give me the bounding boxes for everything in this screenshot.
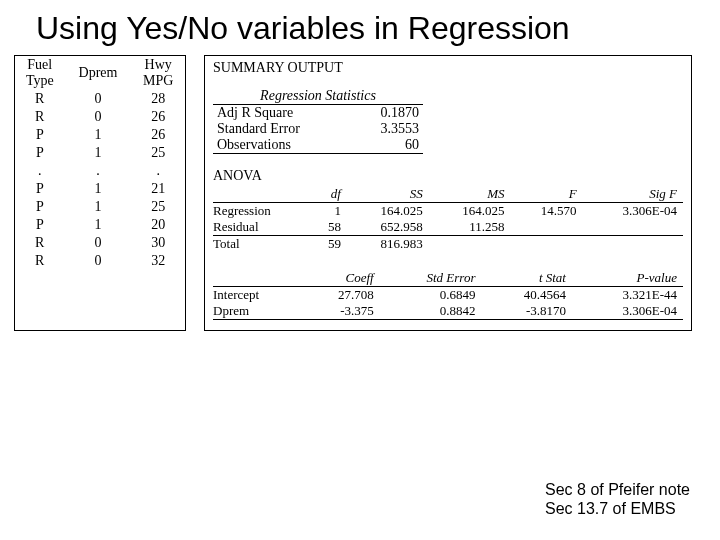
anova-row: Regression1164.025164.02514.5703.306E-04 [213, 203, 683, 220]
reg-stats-title: Regression Statistics [213, 88, 423, 105]
data-row: R030 [15, 234, 185, 252]
slide-title: Using Yes/No variables in Regression [0, 0, 720, 55]
summary-output: SUMMARY OUTPUT Regression Statistics Adj… [204, 55, 692, 331]
anova-title: ANOVA [213, 168, 683, 184]
anova-row: Total59816.983 [213, 236, 683, 253]
footnote: Sec 8 of Pfeifer note Sec 13.7 of EMBS [545, 480, 690, 518]
data-row: R026 [15, 108, 185, 126]
data-row: P120 [15, 216, 185, 234]
data-row: P125 [15, 144, 185, 162]
coeff-row: Dprem-3.3750.8842-3.81703.306E-04 [213, 303, 683, 320]
data-row: R032 [15, 252, 185, 270]
data-row: P121 [15, 180, 185, 198]
footnote-line: Sec 13.7 of EMBS [545, 499, 690, 518]
coeff-row: Intercept27.7080.684940.45643.321E-44 [213, 287, 683, 304]
anova-row: Residual58652.95811.258 [213, 219, 683, 236]
col-fuel-type: FuelType [15, 56, 65, 90]
data-row: R028 [15, 90, 185, 108]
col-hwy-mpg: HwyMPG [131, 56, 185, 90]
data-row: P126 [15, 126, 185, 144]
regression-statistics: Regression Statistics Adj R Square0.1870… [213, 88, 423, 154]
anova-table: df SS MS F Sig F Regression1164.025164.0… [213, 186, 683, 252]
data-table: FuelType Dprem HwyMPG R028 R026 P126 P12… [14, 55, 186, 331]
coefficients-table: Coeff Std Error t Stat P-value Intercept… [213, 270, 683, 320]
summary-title: SUMMARY OUTPUT [213, 58, 683, 88]
content-area: FuelType Dprem HwyMPG R028 R026 P126 P12… [0, 55, 720, 331]
footnote-line: Sec 8 of Pfeifer note [545, 480, 690, 499]
data-row: P125 [15, 198, 185, 216]
data-row: ... [15, 162, 185, 180]
col-dprem: Dprem [65, 56, 132, 90]
